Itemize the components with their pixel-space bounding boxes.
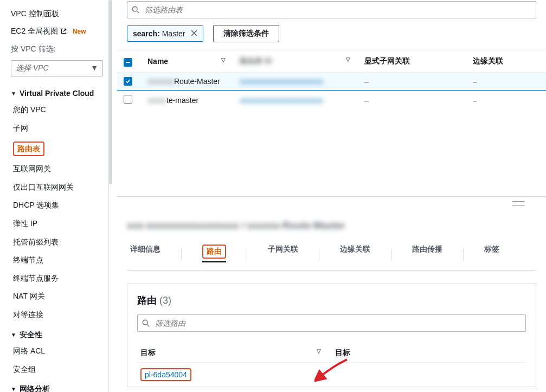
svg-line-3: [147, 324, 149, 326]
nav-endpoints[interactable]: 终端节点: [11, 251, 108, 269]
nav-eigw[interactable]: 仅出口互联网网关: [11, 178, 108, 197]
tab-edge-assoc[interactable]: 边缘关联: [339, 239, 371, 270]
nav-route-tables[interactable]: 路由表: [11, 138, 108, 160]
table-row[interactable]: xxxxxte-master xxxxxxxxxxxxxxxxxxxxxx – …: [117, 91, 546, 110]
route-row[interactable]: pl-6da54004: [137, 363, 526, 387]
routes-heading: 路由 (3): [137, 294, 526, 307]
nav-sg[interactable]: 安全组: [11, 361, 108, 379]
svg-line-1: [137, 11, 139, 13]
nav-prefix-lists[interactable]: 托管前缀列表: [11, 233, 108, 252]
nav-acl[interactable]: 网络 ACL: [11, 342, 108, 361]
route-tables-table: Name ▽ 路由表 ID ▽ 显式子网关联 边缘关联: [117, 50, 546, 110]
routes-table: 目标 ▽ 目标 pl-6da54004: [137, 344, 526, 387]
col-subnet-assoc[interactable]: 显式子网关联: [358, 50, 466, 73]
tab-details[interactable]: 详细信息: [129, 239, 162, 270]
header-checkbox[interactable]: [124, 58, 132, 67]
tab-tags[interactable]: 标签: [483, 239, 500, 270]
row-checkbox[interactable]: [124, 77, 132, 86]
route-table-search-input[interactable]: [144, 5, 531, 15]
tab-routes[interactable]: 路由: [201, 239, 227, 270]
sort-icon: ▽: [317, 348, 321, 354]
routes-panel: 路由 (3) 目标 ▽ 目标: [127, 284, 536, 387]
nav-peering[interactable]: 对等连接: [11, 306, 108, 324]
nav-igw[interactable]: 互联网网关: [11, 160, 108, 178]
section-vpc[interactable]: Virtual Private Cloud: [11, 83, 108, 101]
svg-point-2: [143, 320, 147, 325]
nav-dhcp[interactable]: DHCP 选项集: [11, 196, 108, 215]
col-name[interactable]: Name ▽: [141, 50, 233, 73]
filter-tag-text: search: Master: [133, 29, 185, 38]
drag-handle-icon: [512, 201, 524, 205]
sort-icon: ▽: [346, 56, 350, 62]
nav-eip[interactable]: 弹性 IP: [11, 215, 108, 233]
search-icon: [132, 6, 139, 14]
route-destination-link[interactable]: pl-6da54004: [145, 370, 187, 379]
nav-nat-gw[interactable]: NAT 网关: [11, 287, 108, 306]
col-target[interactable]: 目标: [332, 344, 526, 363]
tab-propagation[interactable]: 路由传播: [411, 239, 444, 270]
col-edge-assoc[interactable]: 边缘关联: [466, 50, 546, 73]
sidebar-vpc-dashboard[interactable]: VPC 控制面板: [11, 5, 108, 23]
row-checkbox[interactable]: [124, 95, 132, 104]
route-destination-highlight: pl-6da54004: [140, 368, 191, 381]
external-link-icon: [60, 27, 67, 38]
routes-search[interactable]: [137, 314, 526, 332]
section-analysis[interactable]: 网络分析: [11, 378, 108, 392]
sidebar-filter-label: 按 VPC 筛选:: [11, 41, 108, 58]
caret-down-icon: ▼: [91, 63, 98, 74]
sort-icon: ▽: [221, 57, 226, 63]
sidebar: VPC 控制面板 EC2 全局视图 New 按 VPC 筛选: 选择 VPC ▼…: [0, 0, 108, 392]
nav-subnets[interactable]: 子网: [11, 119, 108, 138]
route-table-search[interactable]: [127, 1, 536, 18]
close-icon[interactable]: [191, 29, 197, 38]
filter-tag[interactable]: search: Master: [127, 25, 203, 42]
nav-endpoint-services[interactable]: 终端节点服务: [11, 269, 108, 288]
tab-subnet-assoc[interactable]: 子网关联: [267, 239, 299, 270]
nav-your-vpc[interactable]: 您的 VPC: [11, 101, 108, 119]
nav-route-tables-label: 路由表: [13, 142, 44, 157]
col-destination[interactable]: 目标 ▽: [137, 344, 332, 363]
detail-title: xxx-xxxxxxxxxxxxxxxxx / xxxxxx-Route-Mas…: [127, 215, 536, 239]
section-security[interactable]: 安全性: [11, 324, 108, 343]
detail-resize-handle[interactable]: [117, 196, 546, 209]
vpc-select[interactable]: 选择 VPC ▼: [11, 60, 103, 76]
detail-pane: xxx-xxxxxxxxxxxxxxxxx / xxxxxx-Route-Mas…: [117, 209, 546, 392]
pane-divider[interactable]: [108, 0, 117, 392]
svg-point-0: [132, 7, 137, 11]
search-icon: [142, 319, 150, 327]
vpc-select-placeholder: 选择 VPC: [16, 63, 49, 74]
clear-filters-button[interactable]: 清除筛选条件: [213, 25, 279, 42]
sidebar-ec2-global[interactable]: EC2 全局视图 New: [11, 23, 108, 41]
sidebar-ec2-global-label: EC2 全局视图: [11, 27, 58, 35]
routes-search-input[interactable]: [154, 318, 521, 328]
table-row[interactable]: xxxxxxxRoute-Master xxxxxxxxxxxxxxxxxxxx…: [117, 73, 546, 91]
col-id[interactable]: 路由表 ID ▽: [233, 50, 358, 73]
detail-tabs: 详细信息 路由 子网关联 边缘关联 路由传播 标签: [127, 239, 536, 271]
new-badge: New: [73, 28, 86, 35]
main: search: Master 清除筛选条件 Name: [117, 0, 546, 392]
